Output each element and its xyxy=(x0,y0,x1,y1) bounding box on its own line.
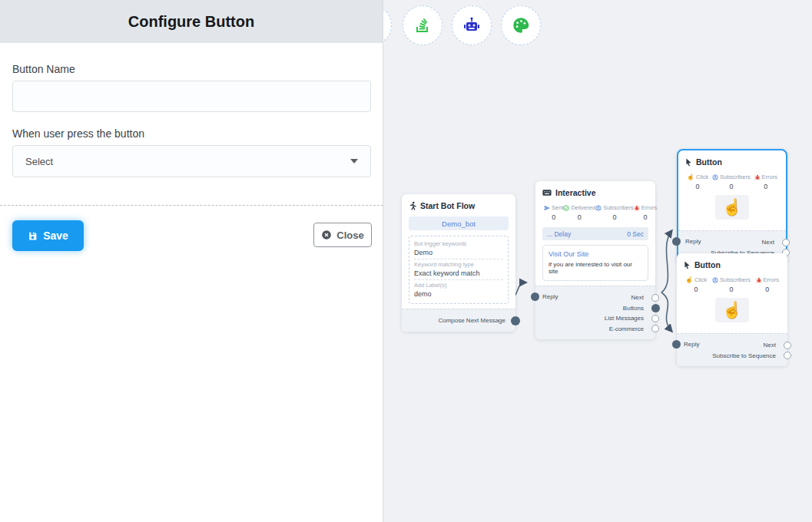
toolbar-button-bot[interactable] xyxy=(452,5,492,45)
stat-value: 0 xyxy=(729,286,733,293)
compose-next-message-row: Compose Next Message xyxy=(402,309,515,332)
tap-hand-icon: ☝ xyxy=(715,195,749,220)
next-output-port[interactable] xyxy=(782,239,790,246)
ecommerce-output-port[interactable] xyxy=(651,325,659,332)
field-label: Add Label(s) xyxy=(414,282,503,289)
node-title: Interactive xyxy=(555,188,596,197)
field-value: Exact keyword match xyxy=(414,269,503,277)
button-node-selected[interactable]: Button ☝Click 0 Subscribers 0 Errors 0 ☝… xyxy=(677,149,787,265)
field-value: demo xyxy=(414,290,503,298)
user-circle-icon xyxy=(595,205,602,211)
cursor-icon xyxy=(684,261,691,269)
output-buttons: Buttons xyxy=(535,303,655,314)
page-title: Configure Button xyxy=(128,13,254,31)
stat-delivered: Delivered 0 xyxy=(563,204,595,221)
next-output-port[interactable] xyxy=(651,294,659,302)
stat-errors: Errors 0 xyxy=(754,173,777,190)
save-icon xyxy=(28,231,38,241)
output-subscribe-sequence: Subscribe to Sequence xyxy=(677,351,787,362)
when-press-label: When user press the button xyxy=(12,127,370,140)
stat-value: 0 xyxy=(552,213,555,221)
field-label: Bot trigger keywords xyxy=(414,240,503,247)
output-next: Next xyxy=(677,340,787,351)
message-title: Visit Our Site xyxy=(549,250,642,258)
chevron-down-icon xyxy=(350,159,358,164)
field-group: Add Label(s) demo xyxy=(414,280,503,300)
start-bot-flow-node[interactable]: Start Bot Flow Demo_bot Bot trigger keyw… xyxy=(402,194,515,332)
node-title: Start Bot Flow xyxy=(420,201,475,210)
stat-value: 0 xyxy=(765,286,769,293)
stat-value: 0 xyxy=(729,183,733,190)
user-circle-icon xyxy=(712,174,718,180)
delay-value: 0 Sec xyxy=(627,230,644,238)
compose-output-port[interactable] xyxy=(511,316,520,325)
tap-hand-icon: ☝ xyxy=(715,298,749,322)
stat-subscribers: Subscribers 0 xyxy=(595,204,634,221)
stat-click: ☝Click 0 xyxy=(687,173,708,190)
panel-body: Button Name When user press the button S… xyxy=(0,43,383,190)
node-title: Button xyxy=(696,157,722,167)
click-icon: ☝ xyxy=(685,276,693,283)
stat-sent: Sent 0 xyxy=(544,204,563,221)
stat-value: 0 xyxy=(578,213,582,221)
check-circle-icon xyxy=(563,205,569,211)
bot-name-pill[interactable]: Demo_bot xyxy=(409,216,509,230)
list-messages-output-port[interactable] xyxy=(651,315,659,322)
buttons-output-port[interactable] xyxy=(651,304,660,312)
button-node[interactable]: Button ☝Click 0 Subscribers 0 Errors 0 ☝… xyxy=(677,253,787,366)
stat-errors: Errors 0 xyxy=(756,276,779,293)
stat-value: 0 xyxy=(643,213,647,221)
output-next: Next xyxy=(678,237,786,248)
close-icon xyxy=(321,230,332,240)
compose-next-message-label: Compose Next Message xyxy=(438,317,505,324)
interactive-message-box[interactable]: Visit Our Site if you are interested to … xyxy=(542,245,648,281)
output-next: Next xyxy=(535,292,655,303)
keyboard-icon xyxy=(542,189,552,197)
palette-icon xyxy=(511,15,531,35)
select-value: Select xyxy=(25,156,53,167)
stat-value: 0 xyxy=(696,183,700,190)
stat-subscribers: Subscribers 0 xyxy=(712,173,751,190)
stat-value: 0 xyxy=(764,183,767,190)
next-output-port[interactable] xyxy=(784,342,791,349)
robot-icon xyxy=(462,15,482,35)
close-button-label: Close xyxy=(336,230,363,241)
bug-icon xyxy=(754,174,761,180)
send-icon xyxy=(544,205,550,211)
output-ecommerce: E-commerce xyxy=(535,324,655,335)
bug-icon xyxy=(634,205,640,211)
runner-icon xyxy=(409,201,416,210)
toolbar-button-theme[interactable] xyxy=(501,5,541,45)
interactive-stats: Sent 0 Delivered 0 Subscribers 0 xyxy=(542,204,648,221)
button-stats: ☝Click 0 Subscribers 0 Errors 0 xyxy=(685,173,779,190)
configure-panel: Configure Button Button Name When user p… xyxy=(0,0,383,522)
user-circle-icon xyxy=(712,277,718,283)
click-icon: ☝ xyxy=(687,173,694,180)
bug-icon xyxy=(756,277,762,283)
start-fields-box: Bot trigger keywords Demo Keyword matchi… xyxy=(409,236,509,304)
stat-value: 0 xyxy=(694,286,698,293)
output-list-messages: List Messages xyxy=(535,313,655,324)
message-body: if you are interested to visit our site xyxy=(549,261,642,275)
delay-bar[interactable]: ... Delay 0 Sec xyxy=(542,227,648,240)
panel-header: Configure Button xyxy=(0,0,383,43)
node-title: Button xyxy=(694,260,721,269)
button-action-select[interactable]: Select xyxy=(12,145,371,177)
save-button[interactable]: Save xyxy=(12,220,84,251)
cursor-icon xyxy=(685,158,692,167)
button-node-footer: Reply Next Subscribe to Sequence xyxy=(677,333,787,366)
save-button-label: Save xyxy=(43,230,68,242)
subscribe-sequence-output-port[interactable] xyxy=(784,352,791,359)
stat-errors: Errors 0 xyxy=(634,204,657,221)
field-value: Demo xyxy=(414,249,503,256)
divider xyxy=(0,205,383,206)
stat-subscribers: Subscribers 0 xyxy=(712,276,751,293)
field-group: Keyword matching type Exact keyword matc… xyxy=(414,259,503,280)
button-stats: ☝Click 0 Subscribers 0 Errors 0 xyxy=(684,276,781,293)
interactive-node[interactable]: Interactive Sent 0 Delivered 0 xyxy=(535,181,655,339)
stat-click: ☝Click 0 xyxy=(685,276,707,293)
close-button[interactable]: Close xyxy=(313,223,372,247)
toolbar-button-stack[interactable] xyxy=(403,5,442,45)
button-name-input[interactable] xyxy=(12,81,371,112)
field-group: Bot trigger keywords Demo xyxy=(414,239,503,259)
